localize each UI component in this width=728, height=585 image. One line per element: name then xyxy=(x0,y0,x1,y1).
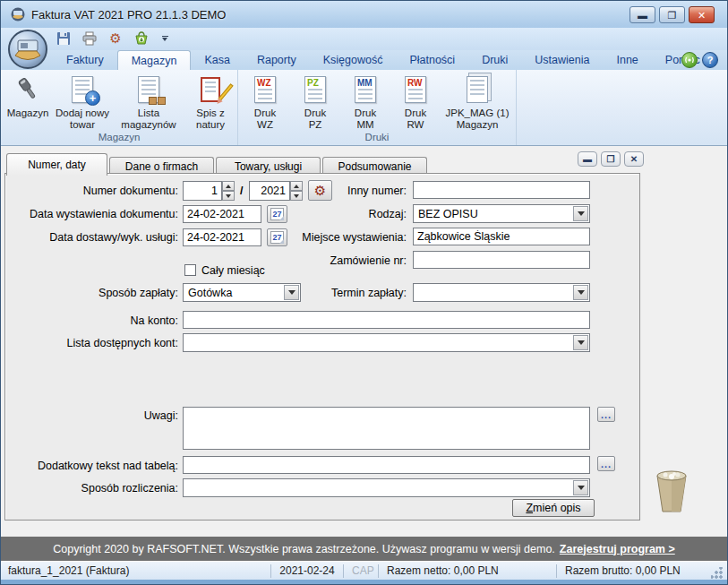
uwagi-textarea[interactable] xyxy=(183,407,590,450)
dodatkowy-tekst-input[interactable] xyxy=(183,456,590,474)
numer-dokumentu-label: Numer dokumentu: xyxy=(83,185,178,197)
tab-platnosci[interactable]: Płatności xyxy=(396,50,468,70)
termin-zaplaty-combobox[interactable] xyxy=(413,283,590,302)
rok-spinner[interactable] xyxy=(290,181,303,201)
zamowienie-label: Zamówienie nr: xyxy=(330,254,407,267)
tab-ksiegowosc[interactable]: Księgowość xyxy=(310,50,397,70)
inny-numer-input[interactable] xyxy=(413,181,590,199)
sposob-rozliczenia-combobox[interactable] xyxy=(183,478,590,497)
app-menu-button[interactable] xyxy=(8,30,47,69)
inny-numer-label: Inny numer: xyxy=(347,185,407,197)
data-wystawienia-calendar-button[interactable]: 27 xyxy=(267,205,287,223)
magazyn-button[interactable]: Magazyn xyxy=(3,72,53,119)
caly-miesiac-checkbox[interactable] xyxy=(184,264,196,276)
druk-mm-icon: MM xyxy=(350,74,381,105)
caly-miesiac-label: Cały miesiąc xyxy=(201,264,265,277)
tab-inne[interactable]: Inne xyxy=(603,50,651,70)
calendar-icon: 27 xyxy=(270,208,284,220)
tab-kasa[interactable]: Kasa xyxy=(191,50,244,70)
druk-mm-button[interactable]: MM DrukMM xyxy=(340,72,390,131)
inventory-clipboard-icon xyxy=(195,74,226,105)
lista-kont-label: Lista dostępnych kont: xyxy=(67,337,178,349)
minimize-button[interactable]: ▬ xyxy=(630,6,655,23)
add-item-icon: + xyxy=(67,74,98,105)
close-button[interactable]: ✕ xyxy=(689,6,715,23)
chevron-down-icon xyxy=(573,335,588,350)
sposob-rozliczenia-label: Sposób rozliczenia: xyxy=(81,482,178,495)
ribbon-tab-bar: Faktury Magazyn Kasa Raporty Księgowość … xyxy=(1,50,727,70)
customize-toolbar-icon[interactable] xyxy=(158,31,171,46)
data-wystawienia-input[interactable] xyxy=(183,205,261,223)
trash-bin-icon[interactable] xyxy=(653,467,690,515)
print-icon[interactable] xyxy=(81,30,98,47)
na-konto-label: Na konto: xyxy=(130,314,178,327)
data-dostawy-input[interactable] xyxy=(183,228,261,246)
dodaj-nowy-towar-button[interactable]: + Dodaj nowytowar xyxy=(53,72,112,131)
druk-wz-button[interactable]: WZ DrukWZ xyxy=(240,72,290,131)
save-icon[interactable] xyxy=(55,30,73,47)
lista-magazynow-button[interactable]: Listamagazynów xyxy=(112,72,185,131)
ellipsis-icon: ... xyxy=(601,461,612,467)
miejsce-wystawienia-input[interactable] xyxy=(413,228,590,245)
na-konto-input[interactable] xyxy=(183,311,590,329)
register-link[interactable]: Zarejestruj program > xyxy=(560,543,675,555)
uwagi-more-button[interactable]: ... xyxy=(597,407,615,422)
numeracja-button[interactable]: ⚙ xyxy=(308,180,332,201)
numer-daty-panel: Numer dokumentu: / ⚙ Inny numer: Data wy… xyxy=(4,173,640,520)
resize-grip[interactable] xyxy=(711,567,724,580)
jpk-mag-button[interactable]: JPK_MAG (1)Magazyn xyxy=(441,72,514,131)
sposob-zaplaty-combobox[interactable]: Gotówka xyxy=(183,283,301,302)
window-title: Faktura VAT 2021 PRO 21.1.3 DEMO xyxy=(31,8,226,22)
chevron-down-icon xyxy=(284,285,299,300)
status-bar: faktura_1_2021 (Faktura) 2021-02-24 CAP … xyxy=(1,561,727,580)
copyright-text: Copyright 2020 by RAFSOFT.NET. Wszystkie… xyxy=(53,543,555,555)
druk-pz-button[interactable]: PZ DrukPZ xyxy=(290,72,340,131)
quick-access-toolbar: ⚙ xyxy=(1,28,727,50)
dodatkowy-tekst-more-button[interactable]: ... xyxy=(597,456,615,471)
ellipsis-icon: ... xyxy=(601,412,612,417)
group-label-druki: Druki xyxy=(240,132,514,145)
calendar-icon: 27 xyxy=(270,231,284,244)
tab-druki[interactable]: Druki xyxy=(468,50,521,70)
online-update-icon[interactable] xyxy=(681,52,698,68)
termin-zaplaty-label: Termin zapłaty: xyxy=(331,287,407,299)
sposob-zaplaty-label: Sposób zapłaty: xyxy=(98,287,178,299)
status-brutto: Razem brutto: 0,00 PLN xyxy=(558,564,711,577)
status-capslock: CAP xyxy=(345,564,377,577)
mdi-minimize-button[interactable]: ▬ xyxy=(578,151,597,167)
shop-icon[interactable] xyxy=(133,30,150,47)
tab-faktury[interactable]: Faktury xyxy=(53,50,117,70)
chevron-down-icon xyxy=(573,285,588,300)
spis-z-natury-button[interactable]: Spis znatury xyxy=(185,72,236,131)
ribbon: Magazyn + Dodaj nowytowar Listamagazynów xyxy=(1,70,727,146)
druk-pz-icon: PZ xyxy=(300,74,330,105)
numer-spinner[interactable] xyxy=(222,181,235,201)
numer-separator: / xyxy=(240,185,243,197)
tab-ustawienia[interactable]: Ustawienia xyxy=(521,50,603,70)
jpk-documents-icon xyxy=(462,74,492,105)
zmien-opis-button[interactable]: Z/**/mień opis xyxy=(512,499,595,517)
rodzaj-combobox[interactable]: BEZ OPISU xyxy=(413,204,590,223)
work-area: Numer, daty Dane o firmach Towary, usług… xyxy=(1,146,727,537)
numer-dokumentu-input[interactable] xyxy=(183,181,222,201)
data-dostawy-calendar-button[interactable]: 27 xyxy=(267,228,287,246)
rok-input[interactable] xyxy=(249,181,290,201)
lista-kont-combobox[interactable] xyxy=(183,333,590,352)
mdi-restore-button[interactable]: ❐ xyxy=(601,151,621,167)
mdi-close-button[interactable]: ✕ xyxy=(624,151,644,167)
ribbon-group-druki: WZ DrukWZ PZ DrukPZ MM DrukMM xyxy=(238,70,517,145)
doctab-numer-daty[interactable]: Numer, daty xyxy=(6,153,107,176)
druk-rw-button[interactable]: RW DrukRW xyxy=(390,72,441,131)
druk-rw-icon: RW xyxy=(400,74,431,105)
restore-button[interactable]: ❐ xyxy=(659,6,685,23)
tab-magazyn[interactable]: Magazyn xyxy=(117,50,192,70)
data-dostawy-label: Data dostawy/wyk. usługi: xyxy=(49,231,178,244)
warehouse-list-icon xyxy=(133,74,164,105)
demo-banner: Copyright 2020 by RAFSOFT.NET. Wszystkie… xyxy=(1,537,727,561)
druk-wz-icon: WZ xyxy=(250,74,280,105)
tab-raporty[interactable]: Raporty xyxy=(244,50,310,70)
zamowienie-input[interactable] xyxy=(413,251,590,269)
help-icon[interactable]: ? xyxy=(702,52,718,68)
settings-icon[interactable]: ⚙ xyxy=(107,30,124,47)
chevron-down-icon xyxy=(573,480,588,495)
